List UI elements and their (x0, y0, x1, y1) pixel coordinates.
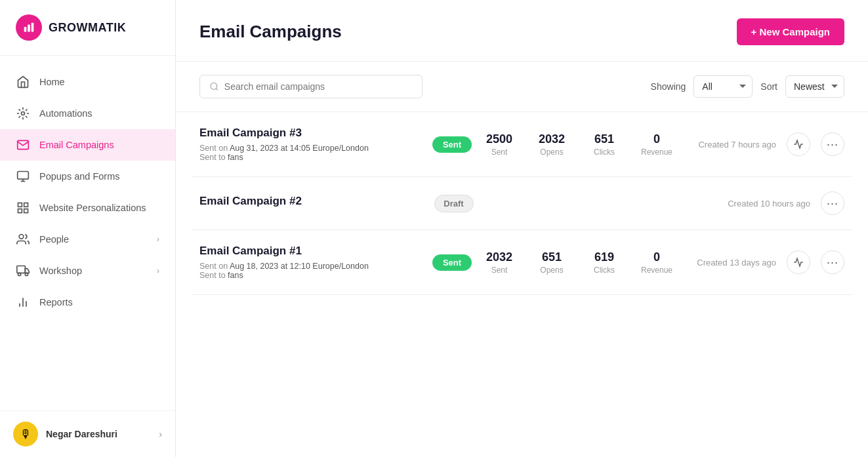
stat-sent-label: Sent (482, 148, 516, 157)
campaign-meta: Sent on Aug 31, 2023 at 14:05 Europe/Lon… (199, 144, 422, 153)
user-name: Negar Dareshuri (46, 429, 151, 439)
sidebar-item-home[interactable]: Home (0, 66, 175, 98)
stat-clicks-label: Clicks (587, 266, 621, 275)
campaign-meta: Sent on Aug 18, 2023 at 12:10 Europe/Lon… (199, 262, 422, 271)
stat-sent: 2032 Sent (482, 250, 516, 275)
analytics-icon (793, 257, 804, 268)
home-icon (16, 75, 30, 89)
analytics-button[interactable] (787, 250, 810, 274)
svg-rect-10 (18, 209, 22, 213)
stat-group: 2500 Sent 2032 Opens 651 Clicks 0 Revenu… (482, 132, 674, 157)
sidebar-item-workshop[interactable]: Workshop › (0, 255, 175, 287)
campaign-sent-on: Aug 31, 2023 at 14:05 Europe/London (230, 144, 369, 153)
created-time: Created 13 days ago (684, 258, 776, 268)
more-options-button[interactable]: ··· (821, 250, 844, 274)
stat-clicks-label: Clicks (587, 148, 621, 157)
svg-point-11 (19, 235, 24, 239)
sidebar-item-home-label: Home (39, 77, 65, 87)
sidebar-item-people-label: People (39, 234, 69, 245)
campaign-info: Email Campaign #3 Sent on Aug 31, 2023 a… (199, 127, 422, 162)
stat-revenue-label: Revenue (640, 148, 674, 157)
page-header: Email Campaigns + New Campaign (176, 0, 868, 62)
logo-text: GROWMATIK (49, 21, 126, 35)
svg-rect-0 (24, 27, 27, 31)
stat-sent-label: Sent (482, 266, 516, 275)
main-content: Email Campaigns + New Campaign Showing A… (176, 0, 868, 457)
svg-rect-1 (28, 24, 30, 31)
status-badge: Draft (434, 195, 474, 212)
svg-rect-12 (17, 266, 25, 273)
sidebar-item-people[interactable]: People › (0, 224, 175, 255)
sidebar-nav: Home Automations Email Campaigns (0, 56, 175, 410)
svg-rect-9 (24, 209, 28, 213)
sidebar: GROWMATIK Home Automations (0, 0, 176, 457)
stat-group: 2032 Sent 651 Opens 619 Clicks 0 Revenue (482, 250, 674, 275)
sidebar-item-email-campaigns-label: Email Campaigns (39, 140, 114, 150)
stat-revenue-value: 0 (640, 250, 674, 264)
svg-point-3 (22, 112, 25, 115)
sidebar-item-popups-forms[interactable]: Popups and Forms (0, 161, 175, 192)
reports-icon (16, 295, 30, 309)
sidebar-item-email-campaigns[interactable]: Email Campaigns (0, 129, 175, 161)
showing-select[interactable]: All (693, 75, 753, 98)
sidebar-item-reports[interactable]: Reports (0, 287, 175, 318)
campaign-sent-on: Aug 18, 2023 at 12:10 Europe/London (230, 262, 369, 271)
svg-point-14 (25, 273, 28, 275)
status-badge: Sent (432, 136, 472, 153)
campaign-name: Email Campaign #2 (199, 195, 424, 208)
more-options-button[interactable]: ··· (821, 132, 844, 156)
chevron-down-icon: › (157, 235, 159, 244)
sidebar-item-website-personalizations[interactable]: Website Personalizations (0, 192, 175, 224)
stat-clicks-value: 651 (587, 132, 621, 146)
status-badge: Sent (432, 254, 472, 271)
chevron-right-icon: › (159, 429, 162, 439)
people-icon (16, 232, 30, 247)
search-icon (209, 81, 219, 92)
sidebar-item-reports-label: Reports (39, 297, 73, 308)
stat-opens: 2032 Opens (535, 132, 569, 157)
svg-rect-7 (18, 203, 22, 207)
stat-revenue-value: 0 (640, 132, 674, 146)
table-row: Email Campaign #3 Sent on Aug 31, 2023 a… (192, 112, 852, 177)
sort-label: Sort (760, 81, 777, 92)
automations-icon (16, 106, 30, 121)
stat-opens-value: 651 (535, 250, 569, 264)
stat-clicks-value: 619 (587, 250, 621, 264)
svg-line-19 (216, 89, 218, 90)
created-time: Created 10 hours ago (718, 199, 810, 209)
sidebar-item-workshop-label: Workshop (39, 266, 82, 276)
stat-sent: 2500 Sent (482, 132, 516, 157)
table-row: Email Campaign #1 Sent on Aug 18, 2023 a… (192, 230, 852, 295)
logo-area: GROWMATIK (0, 0, 175, 56)
user-profile[interactable]: 🎙 Negar Dareshuri › (0, 410, 175, 457)
website-icon (16, 201, 30, 215)
svg-point-13 (18, 273, 21, 275)
new-campaign-button[interactable]: + New Campaign (737, 18, 844, 45)
ellipsis-icon: ··· (827, 197, 838, 210)
stat-sent-value: 2032 (482, 250, 516, 264)
sort-select[interactable]: Newest (785, 75, 844, 98)
email-icon (16, 138, 30, 152)
campaign-name: Email Campaign #1 (199, 245, 422, 258)
analytics-button[interactable] (787, 132, 810, 156)
sidebar-item-automations-label: Automations (39, 108, 93, 119)
created-time: Created 7 hours ago (684, 140, 776, 149)
chevron-down-icon: › (157, 266, 159, 275)
page-title: Email Campaigns (199, 22, 342, 42)
ellipsis-icon: ··· (827, 138, 838, 151)
sidebar-item-automations[interactable]: Automations (0, 98, 175, 129)
stat-opens: 651 Opens (535, 250, 569, 275)
stat-revenue: 0 Revenue (640, 250, 674, 275)
search-box[interactable] (199, 75, 423, 98)
stat-opens-label: Opens (535, 148, 569, 157)
stat-clicks: 619 Clicks (587, 250, 621, 275)
toolbar-right: Showing All Sort Newest (651, 75, 844, 98)
stat-clicks: 651 Clicks (587, 132, 621, 157)
more-options-button[interactable]: ··· (821, 191, 844, 215)
campaign-sent-to: Sent to fans (199, 153, 422, 162)
ellipsis-icon: ··· (827, 256, 838, 269)
svg-point-18 (211, 83, 217, 89)
search-input[interactable] (224, 81, 413, 92)
stat-revenue-label: Revenue (640, 266, 674, 275)
popups-icon (16, 169, 30, 184)
